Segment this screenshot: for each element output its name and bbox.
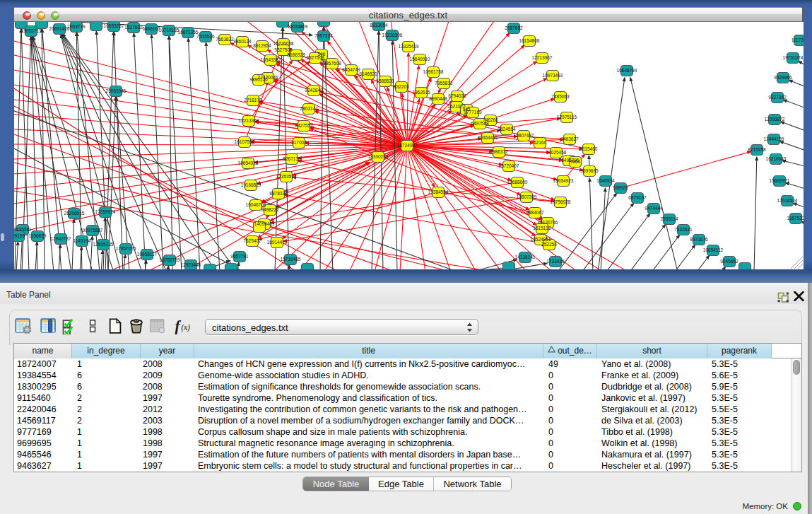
graph-node-label: 9884067	[526, 210, 544, 215]
graph-node-label: 252254	[541, 242, 557, 247]
column-header-pagerank[interactable]: pagerank	[707, 344, 772, 358]
delete-table-button[interactable]	[149, 317, 166, 337]
table-row[interactable]: 1456911722003Disruption of a novel membe…	[14, 415, 801, 426]
table-row[interactable]: 1830029562008Estimation of significance …	[14, 381, 801, 392]
table-type-tabs: Node Table Edge Table Network Table	[302, 477, 512, 491]
table-row[interactable]: 2242004622012Investigating the contribut…	[14, 404, 801, 415]
graph-node-label: 917004	[291, 140, 307, 145]
cell-name: 9699695	[14, 438, 72, 449]
scrollbar-thumb[interactable]	[793, 360, 800, 375]
panel-resize-handle[interactable]	[1, 233, 4, 241]
graph-node-label: 8454749	[342, 67, 360, 72]
graph-node-label: 19654925	[238, 160, 259, 165]
resize-grip-icon[interactable]	[791, 257, 803, 269]
graph-edge-black	[151, 35, 163, 269]
show-columns-button[interactable]	[40, 317, 57, 337]
graph-node-label: 1145194	[73, 238, 91, 243]
table-row[interactable]: 1872400712008Changes of HCN gene express…	[14, 358, 801, 370]
select-all-button[interactable]	[61, 317, 78, 337]
graph-node-label: 9329966	[774, 75, 792, 80]
graph-node-label: 7485063	[551, 94, 570, 99]
float-window-icon[interactable]	[777, 291, 789, 303]
graph-edge-red	[285, 195, 549, 245]
graph-edge-red	[249, 60, 293, 121]
tab-node-table[interactable]: Node Table	[303, 477, 369, 491]
graph-node-label: 9657791	[230, 254, 249, 259]
table-vertical-scrollbar[interactable]	[791, 358, 801, 472]
graph-node-label: 12975115	[557, 115, 577, 119]
status-bar: Memory: OK	[0, 495, 812, 514]
column-header-title[interactable]: title	[194, 344, 543, 358]
table-mode-button[interactable]	[15, 317, 32, 337]
graph-node-label: 12353594	[276, 174, 297, 179]
graph-edge-black	[799, 62, 804, 67]
graph-node[interactable]	[36, 22, 48, 29]
table-row[interactable]: 946362711997Embryonic stem cells: a mode…	[14, 460, 801, 472]
cell-out_degree: 0	[543, 426, 597, 438]
graph-edge-black	[652, 235, 680, 269]
graph-node-label: 938923	[613, 185, 628, 190]
table-row[interactable]: 977716911998Corpus callosum shape and si…	[14, 426, 801, 438]
column-header-in_degree[interactable]: in_degree	[72, 344, 141, 358]
graph-node-label: 7857224	[314, 33, 333, 38]
cell-title: Embryonic stem cells: a model to study s…	[194, 460, 543, 472]
graph-node[interactable]	[90, 22, 102, 31]
graph-edge-black	[786, 183, 804, 189]
graph-node-label: 16543382	[261, 57, 281, 62]
deselect-all-button[interactable]	[84, 317, 101, 337]
graph-node-label: 16154808	[519, 38, 540, 43]
graph-node-label: 1640934	[596, 178, 615, 183]
graph-node-label: 12505135	[93, 242, 114, 247]
column-header-name[interactable]: name	[14, 344, 72, 358]
graph-edge-red	[407, 146, 425, 269]
delete-column-button[interactable]	[128, 317, 145, 337]
graph-node-label: 18807289	[517, 194, 537, 199]
graph-node[interactable]	[204, 264, 216, 270]
new-document-icon	[107, 317, 124, 334]
graph-edge-black	[789, 80, 804, 88]
table-row[interactable]: 911546021997Tourette syndrome. Phenomeno…	[14, 392, 801, 404]
graph-node[interactable]	[503, 262, 515, 270]
graph-node[interactable]	[318, 22, 330, 27]
network-graph-canvas[interactable]: 1905571320691406196371910653287152760264…	[14, 22, 804, 269]
graph-node-label: 9777169	[464, 110, 482, 115]
graph-edge-black	[697, 255, 710, 269]
window-titlebar[interactable]: citations_edges.txt	[14, 7, 802, 22]
graph-node[interactable]	[225, 264, 237, 270]
table-settings-icon	[15, 317, 32, 334]
function-builder-button[interactable]: f(x)	[175, 317, 193, 337]
cell-title: Estimation of significance thresholds fo…	[194, 381, 543, 392]
checked-rows-icon	[61, 317, 78, 334]
cell-year: 2008	[141, 358, 194, 370]
graph-edge-black	[793, 203, 804, 209]
cell-pagerank: 5.3E-5	[707, 392, 772, 404]
cell-in_degree: 1	[72, 358, 141, 370]
cell-title: Genome-wide association studies in ADHD.	[194, 370, 543, 381]
column-header-filler	[772, 344, 801, 358]
column-header-out_degree[interactable]: out_de…	[543, 344, 597, 358]
column-header-short[interactable]: short	[597, 344, 707, 358]
graph-node[interactable]	[739, 263, 751, 270]
new-column-button[interactable]	[107, 317, 124, 337]
table-source-dropdown[interactable]: citations_edges.txt	[205, 319, 478, 335]
graph-node-label: 2718170	[244, 98, 262, 103]
table-row[interactable]: 969969511998Structural magnetic resonanc…	[14, 438, 801, 449]
graph-node-label: 9890120	[249, 77, 268, 82]
cell-in_degree: 2	[72, 415, 141, 426]
tab-network-table[interactable]: Network Table	[434, 477, 511, 491]
column-header-year[interactable]: year	[141, 344, 194, 358]
cell-pagerank: 5.3E-5	[707, 415, 772, 426]
cell-year: 2003	[141, 415, 194, 426]
table-row[interactable]: 1938455462009Genome-wide association stu…	[14, 370, 801, 381]
graph-node-label: 12093872	[765, 117, 785, 122]
table-row[interactable]: 946554611997Estimation of the future num…	[14, 449, 801, 460]
graph-node-label: 7955812	[435, 81, 453, 86]
close-panel-icon[interactable]	[794, 291, 804, 301]
graph-node-label: 9327500	[274, 47, 293, 52]
graph-edge-black	[722, 267, 726, 269]
cell-title: Investigating the contribution of common…	[194, 404, 543, 415]
tab-edge-table[interactable]: Edge Table	[369, 477, 433, 491]
graph-node-label: 9860124	[233, 39, 252, 44]
graph-node-label: 9146821	[359, 71, 377, 76]
graph-node[interactable]	[302, 264, 314, 270]
